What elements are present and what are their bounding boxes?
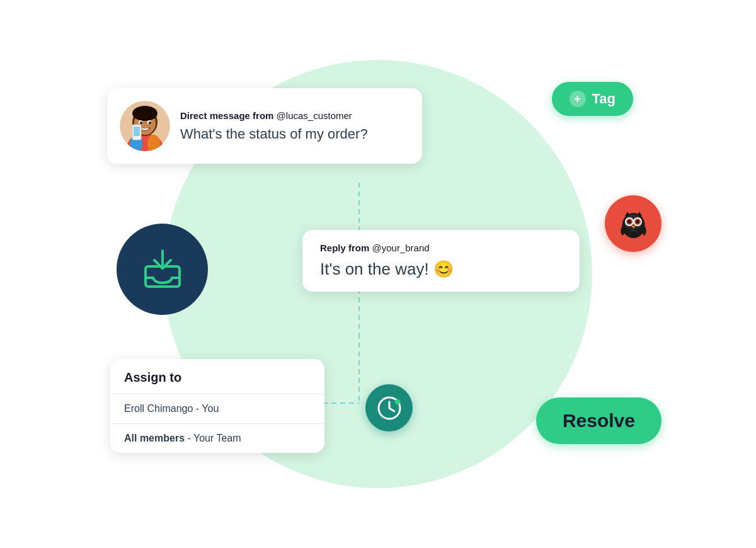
svg-point-25: [627, 220, 631, 224]
assign-item-2[interactable]: All members - Your Team: [110, 424, 324, 453]
plus-icon: +: [570, 91, 586, 107]
clock-badge: [365, 384, 413, 431]
svg-line-29: [389, 408, 394, 411]
dm-username: @lucas_customer: [277, 110, 352, 121]
resolve-button[interactable]: Resolve: [536, 397, 662, 444]
inbox-circle: [117, 224, 208, 315]
tag-button-label: Tag: [592, 91, 616, 107]
assign-card-title: Assign to: [110, 359, 324, 394]
reply-card-body: It's on the way! 😊: [320, 260, 562, 279]
scene: + Tag: [0, 0, 756, 548]
svg-point-30: [395, 399, 400, 404]
dm-card: Direct message from @lucas_customer What…: [107, 88, 422, 164]
dm-header-bold: Direct message from: [180, 110, 277, 121]
assign-item-2-suffix: - Your Team: [185, 433, 241, 443]
inbox-icon: [140, 248, 185, 292]
dm-card-content: Direct message from @lucas_customer What…: [180, 110, 407, 142]
assign-item-2-bold: All members: [124, 433, 185, 443]
svg-point-10: [132, 106, 158, 121]
reply-header-bold: Reply from: [320, 243, 372, 253]
dm-card-header: Direct message from @lucas_customer: [180, 110, 407, 121]
resolve-button-label: Resolve: [563, 410, 635, 431]
owl-icon: [616, 207, 651, 241]
assign-card: Assign to Eroll Chimango - You All membe…: [110, 359, 324, 453]
reply-username: @your_brand: [372, 243, 430, 253]
svg-rect-16: [134, 127, 140, 136]
clock-icon: [377, 396, 402, 421]
dm-card-body: What's the status of my order?: [180, 126, 407, 142]
tag-button[interactable]: + Tag: [552, 82, 633, 116]
svg-point-14: [149, 122, 151, 124]
assign-item-1[interactable]: Eroll Chimango - You: [110, 394, 324, 424]
reply-card: Reply from @your_brand It's on the way! …: [302, 230, 580, 292]
reply-card-header: Reply from @your_brand: [320, 243, 562, 253]
assign-item-1-label: Eroll Chimango - You: [124, 403, 219, 414]
avatar: [120, 101, 170, 151]
svg-point-26: [636, 220, 639, 224]
hootsuite-owl-badge: [605, 195, 662, 252]
svg-point-13: [140, 122, 142, 124]
